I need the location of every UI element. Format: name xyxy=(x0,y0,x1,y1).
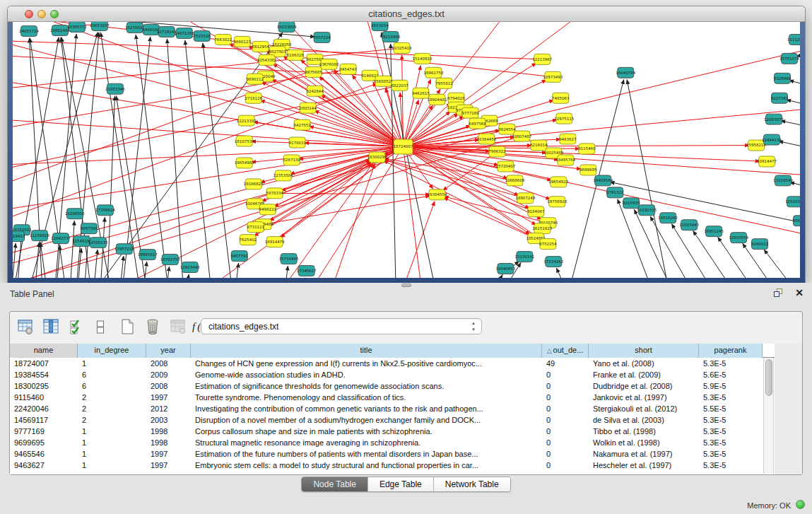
graph-edge[interactable] xyxy=(69,221,74,278)
column-header-out-de-[interactable]: △out_de... xyxy=(542,344,589,358)
graph-node[interactable]: 9242844 xyxy=(306,86,324,96)
graph-node[interactable]: 16951245 xyxy=(704,226,724,237)
table-cell[interactable]: Estimation of significance thresholds fo… xyxy=(191,380,542,392)
table-cell[interactable]: 9463627 xyxy=(10,460,78,471)
graph-edge[interactable] xyxy=(184,274,189,278)
graph-node[interactable]: 18907249 xyxy=(515,193,535,204)
graph-node[interactable]: 5878334 xyxy=(266,188,283,199)
graph-node[interactable]: 17359924 xyxy=(95,205,115,216)
table-cell[interactable]: 1997 xyxy=(146,460,191,471)
table-cell[interactable]: 9777169 xyxy=(10,426,78,437)
graph-node[interactable]: 24055724 xyxy=(19,25,39,36)
graph-edge[interactable] xyxy=(185,40,213,278)
table-cell[interactable]: 6 xyxy=(78,380,146,392)
graph-node[interactable]: 7485063 xyxy=(552,93,570,103)
graph-node[interactable]: 16782753 xyxy=(160,255,180,265)
table-cell[interactable]: 9465546 xyxy=(10,448,78,460)
graph-node[interactable]: 9319413 xyxy=(13,231,25,242)
graph-edge[interactable] xyxy=(167,39,184,278)
table-cell[interactable]: 1 xyxy=(78,426,146,437)
graph-node[interactable]: 9457791 xyxy=(231,251,248,262)
graph-node[interactable]: 13216549 xyxy=(773,175,793,186)
graph-node[interactable]: 10325419 xyxy=(392,42,412,53)
table-cell[interactable]: 0 xyxy=(542,403,589,414)
table-cell[interactable]: 0 xyxy=(542,426,589,437)
graph-node[interactable]: 23676088 xyxy=(319,59,339,69)
graph-node[interactable]: 8731121 xyxy=(247,222,264,233)
tab-node-table[interactable]: Node Table xyxy=(302,477,368,491)
graph-node[interactable]: 19166825 xyxy=(244,179,264,189)
table-cell[interactable]: Changes of HCN gene expression and I(f) … xyxy=(191,358,542,369)
graph-node[interactable]: 9115460 xyxy=(578,144,596,154)
table-cell[interactable]: Tibbo et al. (1998) xyxy=(589,426,699,437)
table-cell[interactable]: Franke et al. (2009) xyxy=(589,369,699,380)
table-cell[interactable]: 0 xyxy=(542,380,589,392)
graph-node[interactable]: 10192335 xyxy=(637,205,657,216)
table-cell[interactable]: 0 xyxy=(542,448,589,460)
graph-node[interactable]: 9215935 xyxy=(623,198,640,209)
graph-edge[interactable] xyxy=(234,263,239,278)
graph-node[interactable]: 16040953 xyxy=(495,264,515,274)
graph-node[interactable]: 19654923 xyxy=(548,177,568,187)
column-header-title[interactable]: title xyxy=(191,344,542,358)
table-cell[interactable]: 1 xyxy=(78,448,146,460)
graph-edge[interactable] xyxy=(404,147,800,177)
graph-node[interactable]: 15140910 xyxy=(413,53,433,64)
vertical-scrollbar[interactable] xyxy=(763,358,774,474)
float-panel-icon[interactable] xyxy=(774,288,784,298)
graph-node[interactable]: 15720407 xyxy=(495,161,515,172)
table-cell[interactable]: Tourette syndrome. Phenomenology and cla… xyxy=(191,392,542,403)
table-cell[interactable]: Jankovic et al. (1997) xyxy=(589,392,699,403)
graph-node[interactable]: 15138141 xyxy=(514,252,534,262)
select-all-icon[interactable] xyxy=(66,317,86,337)
table-cell[interactable]: Yano et al. (2008) xyxy=(589,358,699,369)
graph-node[interactable]: 2803144 xyxy=(299,103,317,113)
graph-node[interactable]: 11015443 xyxy=(679,220,699,230)
graph-node[interactable]: 19904481 xyxy=(428,94,447,105)
graph-node[interactable]: 8427552 xyxy=(293,119,310,130)
graph-edge[interactable] xyxy=(93,250,98,278)
table-row[interactable]: 969969511998Structural magnetic resonanc… xyxy=(10,437,763,448)
graph-edge[interactable] xyxy=(556,268,572,278)
graph-node[interactable]: 6216014 xyxy=(530,140,548,151)
table-row[interactable]: 1938455462009Genome-wide association stu… xyxy=(10,369,763,380)
graph-node[interactable]: 12923448 xyxy=(180,262,200,273)
graph-node[interactable]: 19995817 xyxy=(138,250,158,260)
graph-node[interactable]: 16961758 xyxy=(424,67,444,78)
deselect-all-icon[interactable] xyxy=(90,317,110,337)
table-cell[interactable]: Estimation of the future numbers of pati… xyxy=(191,448,542,460)
graph-edge[interactable] xyxy=(119,256,124,278)
table-row[interactable]: 1456911722003Disruption of a novel membe… xyxy=(10,414,763,426)
table-cell[interactable]: 18724007 xyxy=(10,358,78,369)
table-cell[interactable]: 5.9E-5 xyxy=(699,380,763,392)
table-cell[interactable]: 5.3E-5 xyxy=(699,392,763,403)
graph-node[interactable]: 15278002 xyxy=(125,22,145,33)
graph-node[interactable]: 9890112 xyxy=(247,74,264,84)
graph-node[interactable]: 20206556 xyxy=(65,209,85,219)
table-cell[interactable]: 5.3E-5 xyxy=(699,358,763,369)
tab-edge-table[interactable]: Edge Table xyxy=(368,477,434,491)
close-panel-icon[interactable]: ✕ xyxy=(795,287,804,298)
graph-node[interactable]: 9097588 xyxy=(81,223,98,234)
table-cell[interactable]: 0 xyxy=(542,437,589,448)
graph-node[interactable]: 16033809 xyxy=(277,22,297,32)
graph-node[interactable]: 21053346 xyxy=(105,83,125,94)
table-cell[interactable]: Wolkin et al. (1998) xyxy=(589,437,699,448)
table-cell[interactable]: 1 xyxy=(78,437,146,448)
graph-node[interactable]: 12093872 xyxy=(764,114,784,124)
graph-node[interactable]: 7857224 xyxy=(313,32,331,42)
column-header-year[interactable]: year xyxy=(146,344,191,358)
table-cell[interactable]: Nakamura et al. (1997) xyxy=(589,448,699,460)
graph-node[interactable]: 9498222 xyxy=(259,204,276,215)
table-cell[interactable]: 5.3E-5 xyxy=(699,448,763,460)
graph-node[interactable]: 10914477 xyxy=(757,156,777,167)
table-cell[interactable]: 0 xyxy=(542,392,589,403)
graph-node[interactable]: 15751074 xyxy=(779,53,799,64)
graph-node[interactable]: 10688609 xyxy=(505,175,524,186)
graph-edge[interactable] xyxy=(787,100,800,108)
table-cell[interactable]: 2008 xyxy=(146,358,191,369)
graph-node[interactable]: 10543382 xyxy=(257,54,277,65)
table-cell[interactable]: Disruption of a novel member of a sodium… xyxy=(191,414,542,426)
tab-network-table[interactable]: Network Table xyxy=(434,477,510,491)
graph-node[interactable]: 7515526 xyxy=(194,30,211,41)
